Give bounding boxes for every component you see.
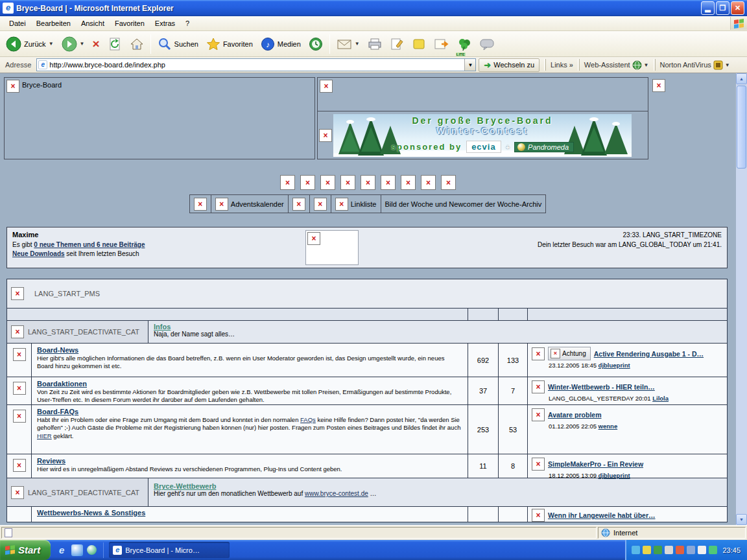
quick-launch-icon[interactable] xyxy=(87,545,97,555)
last-topic-link[interactable]: Winter-Wettbewerb - HIER teiln… xyxy=(548,383,655,391)
category-link[interactable]: Infos xyxy=(154,323,171,331)
edit-button[interactable] xyxy=(386,33,407,55)
nav-button-broken-image[interactable]: × xyxy=(381,175,396,190)
new-downloads-line[interactable]: Neue Downloads seit Ihrem letzten Besuch xyxy=(12,250,305,259)
forum-link[interactable]: Reviews xyxy=(37,457,65,465)
scrollbar-thumb[interactable] xyxy=(737,86,746,169)
scroll-down-button[interactable]: ▼ xyxy=(736,514,747,525)
forum-link[interactable]: Wettbewerbs-News & Sonstiges xyxy=(37,509,145,517)
quick-launch-icon[interactable] xyxy=(71,544,83,556)
last-post-user[interactable]: wenne xyxy=(599,423,618,430)
nav-cell-linkliste[interactable]: × Linkliste xyxy=(331,194,381,213)
address-dropdown-icon[interactable]: ▼ xyxy=(464,59,475,71)
norton-toolbar[interactable]: Norton AntiVirus ▼ xyxy=(660,60,730,70)
tray-icon[interactable] xyxy=(643,546,651,554)
discuss-button[interactable] xyxy=(476,33,498,55)
start-button[interactable]: Start xyxy=(0,540,51,560)
nav-cell-adventskalender[interactable]: × Adventskalender xyxy=(211,194,289,213)
tray-icon[interactable] xyxy=(676,546,684,554)
vertical-scrollbar[interactable]: ▲ ▼ xyxy=(736,73,747,525)
links-toolbar[interactable]: Links » xyxy=(551,61,573,69)
web-assistant-dropdown-icon[interactable]: ▼ xyxy=(644,62,649,68)
close-button[interactable]: ✕ xyxy=(731,1,744,15)
stop-button[interactable]: × xyxy=(89,33,102,55)
toolbar-grip[interactable] xyxy=(544,59,546,71)
menu-favoriten[interactable]: Favoriten xyxy=(110,18,150,29)
address-input[interactable] xyxy=(49,60,464,70)
mail-dropdown-icon[interactable]: ▼ xyxy=(355,41,360,47)
nav-button-broken-image[interactable]: × xyxy=(401,175,416,190)
new-posts-line[interactable]: Es gibt 0 neue Themen und 6 neue Beiträg… xyxy=(12,240,305,250)
ecvia-logo[interactable]: ecvia xyxy=(466,141,501,153)
norton-dropdown-icon[interactable]: ▼ xyxy=(725,62,730,68)
toolbar-grip[interactable] xyxy=(654,59,656,71)
nav-cell-bild-der-woche[interactable]: Bild der Woche und Newcomer der Woche-Ar… xyxy=(381,194,547,213)
tray-icon[interactable] xyxy=(665,546,673,554)
limewire-button[interactable]: LITE xyxy=(454,33,475,55)
forum-link[interactable]: Boardaktionen xyxy=(37,380,87,388)
tray-icon[interactable] xyxy=(654,546,662,554)
pandromeda-logo[interactable]: Pandromeda xyxy=(514,142,574,152)
linkliste-link[interactable]: Linkliste xyxy=(351,200,377,208)
folders-button[interactable] xyxy=(431,33,453,55)
menu-datei[interactable]: Datei xyxy=(4,18,31,29)
search-button[interactable]: Suchen xyxy=(154,33,202,55)
adventskalender-link[interactable]: Adventskalender xyxy=(231,200,284,208)
forward-button[interactable]: ▼ xyxy=(58,33,88,55)
chevron-icon[interactable]: » xyxy=(569,61,573,69)
menu-extras[interactable]: Extras xyxy=(150,18,180,29)
nav-cell-icon[interactable]: × xyxy=(189,194,211,213)
forum-link[interactable]: Board-News xyxy=(37,346,78,354)
tray-icon[interactable] xyxy=(709,546,717,554)
nav-button-broken-image[interactable]: × xyxy=(320,175,335,190)
tray-icon[interactable] xyxy=(632,546,640,554)
nav-button-broken-image[interactable]: × xyxy=(300,175,315,190)
task-button-bryce-board[interactable]: e Bryce-Board | - Micro… xyxy=(109,542,230,558)
forward-dropdown-icon[interactable]: ▼ xyxy=(80,41,85,47)
last-post-user[interactable]: djblueprint xyxy=(599,362,630,369)
last-topic-link[interactable]: Active Rendering Ausgabe 1 - D… xyxy=(594,350,704,358)
media-button[interactable]: ♪ Medien xyxy=(257,33,304,55)
tray-icon[interactable] xyxy=(698,546,706,554)
category-link[interactable]: Bryce-Wettbewerb xyxy=(154,482,216,490)
lite-label: LITE xyxy=(456,52,466,56)
maximize-button[interactable]: ❐ xyxy=(716,1,729,15)
last-topic-link[interactable]: Wenn ihr Langeweile habt über… xyxy=(548,511,656,519)
quick-launch-ie-icon[interactable]: e xyxy=(56,544,67,556)
back-dropdown-icon[interactable]: ▼ xyxy=(49,41,54,47)
forum-link[interactable]: Board-FAQs xyxy=(37,408,78,415)
favorites-button[interactable]: Favoriten xyxy=(203,33,256,55)
nav-button-broken-image[interactable]: × xyxy=(421,175,436,190)
mail-button[interactable]: ▼ xyxy=(333,33,363,55)
home-button[interactable] xyxy=(126,33,147,55)
last-topic-link[interactable]: SimpleMakerPro - Ein Review xyxy=(548,460,643,468)
go-button[interactable]: ➜ Wechseln zu xyxy=(479,58,540,72)
toolbar-grip[interactable] xyxy=(578,59,580,71)
history-button[interactable] xyxy=(305,33,326,55)
scroll-up-button[interactable]: ▲ xyxy=(736,73,747,84)
menu-hilfe[interactable]: ? xyxy=(180,18,195,29)
web-assistant-toolbar[interactable]: Web-Assistent ▼ xyxy=(584,60,649,70)
back-button[interactable]: Zurück ▼ xyxy=(3,33,57,55)
tray-icon[interactable] xyxy=(687,546,695,554)
broken-image-icon: × xyxy=(194,198,207,211)
bild-der-woche-link[interactable]: Bild der Woche und Newcomer der Woche-Ar… xyxy=(385,200,542,208)
nav-button-broken-image[interactable]: × xyxy=(441,175,456,190)
menu-bearbeiten[interactable]: Bearbeiten xyxy=(31,18,76,29)
nav-button-broken-image[interactable]: × xyxy=(340,175,355,190)
deactivate-category-cell[interactable]: × LANG_START_DEACTIVATE_CAT xyxy=(7,321,148,343)
forum-status-cell xyxy=(7,507,32,522)
deactivate-category-cell[interactable]: × LANG_START_DEACTIVATE_CAT xyxy=(7,478,148,506)
nav-button-broken-image[interactable]: × xyxy=(361,175,375,190)
menu-ansicht[interactable]: Ansicht xyxy=(76,18,110,29)
last-topic-link[interactable]: Avatare problem xyxy=(548,411,601,419)
messenger-button[interactable] xyxy=(409,33,429,55)
refresh-button[interactable] xyxy=(104,33,125,55)
nav-cell-icon[interactable]: × xyxy=(288,194,310,213)
winter-contest-banner[interactable]: Der große Bryce-Board Winter-Contest spo… xyxy=(333,114,632,157)
minimize-button[interactable]: ▂ xyxy=(701,1,715,15)
nav-button-broken-image[interactable]: × xyxy=(280,175,295,190)
last-post-user[interactable]: Lilola xyxy=(652,395,669,402)
print-button[interactable] xyxy=(364,33,385,55)
nav-cell-icon[interactable]: × xyxy=(309,194,331,213)
